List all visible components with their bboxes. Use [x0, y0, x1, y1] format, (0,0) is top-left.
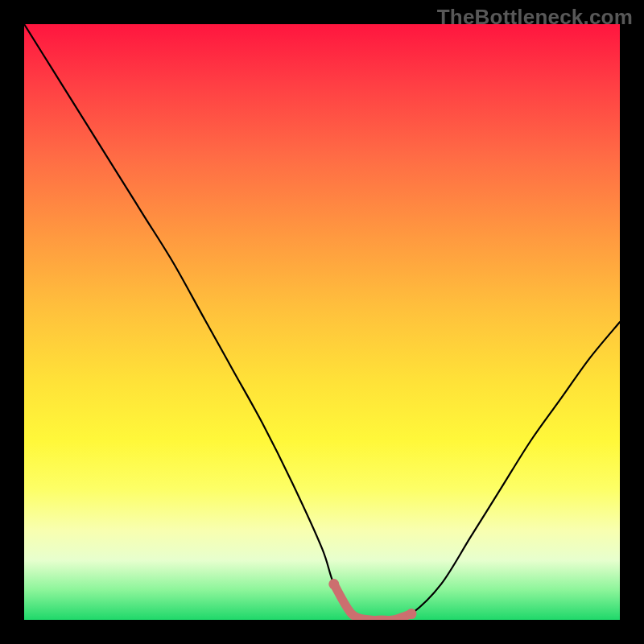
- main-curve-path: [24, 24, 620, 620]
- curve-svg: [24, 24, 620, 620]
- flat-region-highlight: [334, 584, 411, 620]
- flat-region-endpoint: [407, 609, 417, 619]
- chart-frame: TheBottleneck.com: [0, 0, 644, 644]
- plot-area: [24, 24, 620, 620]
- flat-region-endpoint: [328, 579, 339, 589]
